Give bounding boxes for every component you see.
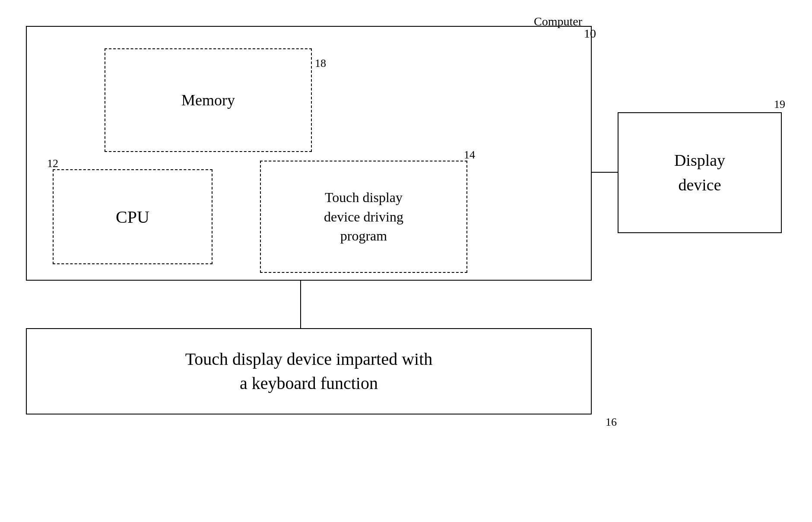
cpu-box: CPU 12	[53, 169, 213, 264]
ref-14: 14	[464, 149, 475, 161]
memory-label: Memory	[181, 91, 235, 109]
keyboard-box: Touch display device imparted witha keyb…	[26, 328, 592, 414]
display-device-label: Displaydevice	[674, 148, 725, 197]
keyboard-label: Touch display device imparted witha keyb…	[185, 347, 433, 395]
display-device-box: Displaydevice 19	[618, 112, 782, 233]
connector-vertical	[300, 281, 301, 328]
ref-12: 12	[47, 157, 58, 170]
memory-box: Memory 18	[105, 48, 312, 152]
computer-box: Computer Memory 18 CPU 12 Touch displayd…	[26, 26, 592, 281]
ref-10: 10	[584, 27, 596, 41]
touch-driver-label: Touch displaydevice drivingprogram	[324, 188, 403, 246]
cpu-label: CPU	[116, 207, 149, 227]
ref-18: 18	[315, 57, 326, 70]
diagram-container: Computer Memory 18 CPU 12 Touch displayd…	[0, 0, 812, 522]
computer-label: Computer	[534, 15, 582, 28]
connector-horizontal	[592, 172, 619, 173]
ref-16: 16	[606, 416, 617, 429]
ref-19: 19	[774, 98, 785, 111]
touch-driver-box: Touch displaydevice drivingprogram 14	[260, 161, 467, 273]
